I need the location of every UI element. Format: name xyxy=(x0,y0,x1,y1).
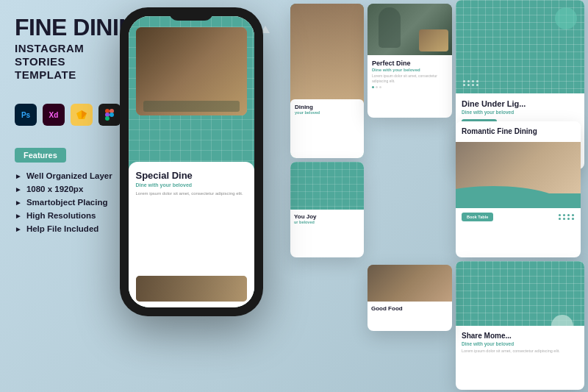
card-goodfood-bottom: Good Food xyxy=(368,302,452,316)
card-dining-title: Dining xyxy=(295,104,359,110)
card-joy-title: You Joy xyxy=(294,213,360,220)
card-joy-grid xyxy=(290,162,364,210)
phone-screen: Special Dine Dine with your beloved Lore… xyxy=(129,16,254,307)
card-romantic-book-btn[interactable]: Book Table xyxy=(462,213,493,221)
card-dining-left: Dining your beloved xyxy=(290,4,364,158)
card-perfect-subtitle: Dine with your beloved xyxy=(372,68,448,72)
card-goodfood-image xyxy=(368,265,452,302)
bullet-2: ► xyxy=(15,185,22,193)
card-romantic-title: Romantic Fine Dining xyxy=(462,127,575,136)
card-you-joy: You Joy ur beloved xyxy=(290,162,364,257)
card-share-subtitle: Dine with your beloved xyxy=(462,341,578,346)
phone-outer: Special Dine Dine with your beloved Lore… xyxy=(120,7,263,316)
phone-screen-content: Special Dine Dine with your beloved Lore… xyxy=(129,16,254,307)
phone-mockup: Special Dine Dine with your beloved Lore… xyxy=(114,7,268,324)
adobexd-icon[interactable]: Xd xyxy=(43,104,65,126)
card-romantic-image xyxy=(456,142,581,208)
card-dining-content: Dining your beloved xyxy=(290,99,364,158)
card-dinelight-circle xyxy=(555,7,577,29)
card-romantic-dots xyxy=(559,214,575,220)
svg-rect-5 xyxy=(105,116,110,121)
card-joy-subtitle: ur beloved xyxy=(294,220,360,224)
card-joy-teal xyxy=(290,162,364,210)
phone-dine-subtitle: Dine with your beloved xyxy=(136,182,247,188)
card-dining-subtitle: your beloved xyxy=(295,110,359,115)
bullet-3: ► xyxy=(15,199,22,207)
card-perfect-bottom: Perfect Dine Dine with your beloved Lore… xyxy=(368,55,452,93)
card-share-bottom: Share Mome... Dine with your beloved Lor… xyxy=(456,326,584,360)
card-good-food: Good Food xyxy=(368,265,452,331)
features-label: Features xyxy=(15,148,66,163)
phone-teal-top xyxy=(129,16,254,177)
card-perfect-dots xyxy=(372,86,448,88)
card-romantic-header: Romantic Fine Dining xyxy=(456,121,581,142)
sketch-icon[interactable] xyxy=(71,104,93,126)
card-dinelight-title: Dine Under Lig... xyxy=(462,99,578,108)
card-romantic-dining: Romantic Fine Dining Book Table xyxy=(456,121,581,257)
card-dining-image xyxy=(290,4,364,104)
bullet-5: ► xyxy=(15,225,22,233)
card-share-teal xyxy=(456,261,584,326)
card-dinelight-dots xyxy=(463,80,479,86)
card-share-moments: Share Mome... Dine with your beloved Lor… xyxy=(456,261,584,390)
phone-white-bottom: Special Dine Dine with your beloved Lore… xyxy=(129,162,254,307)
card-perfect-dine: Perfect Dine Dine with your beloved Lore… xyxy=(368,4,452,118)
phone-lorem-text: Lorem ipsum dolor sit amet, consectetur … xyxy=(136,190,247,196)
card-dinelight-subtitle: Dine with your beloved xyxy=(462,110,578,115)
card-goodfood-title: Good Food xyxy=(371,305,448,312)
photoshop-icon[interactable]: Ps xyxy=(15,104,37,126)
card-perfect-image xyxy=(368,4,452,55)
card-share-title: Share Mome... xyxy=(462,332,578,340)
phone-special-dine-title: Special Dine xyxy=(136,171,247,181)
phone-food-image xyxy=(136,27,247,115)
card-dinelight-teal xyxy=(456,0,584,93)
card-perfect-lorem: Lorem ipsum dolor sit amet, consectetur … xyxy=(372,74,448,83)
card-joy-bottom: You Joy ur beloved xyxy=(290,210,364,228)
bullet-4: ► xyxy=(15,212,22,220)
phone-notch xyxy=(169,7,213,21)
card-perfect-title: Perfect Dine xyxy=(372,60,448,67)
card-share-lorem: Lorem ipsum dolor sit amet, consectetur … xyxy=(462,349,578,354)
bullet-1: ► xyxy=(15,172,22,180)
card-romantic-bottom: Book Table xyxy=(456,208,581,226)
